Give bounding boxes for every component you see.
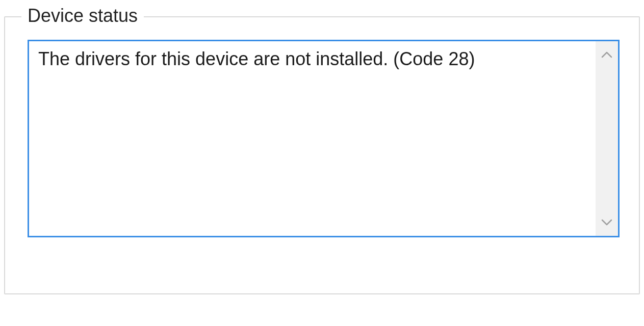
- device-status-message: The drivers for this device are not inst…: [29, 41, 596, 236]
- chevron-down-icon: [601, 219, 612, 227]
- groupbox-legend: Device status: [21, 5, 144, 26]
- vertical-scrollbar[interactable]: [596, 41, 618, 236]
- device-status-groupbox: Device status The drivers for this devic…: [4, 16, 640, 294]
- scroll-down-button[interactable]: [596, 214, 618, 231]
- chevron-up-icon: [601, 50, 612, 59]
- scroll-up-button[interactable]: [596, 46, 618, 63]
- device-status-textbox[interactable]: The drivers for this device are not inst…: [28, 40, 620, 237]
